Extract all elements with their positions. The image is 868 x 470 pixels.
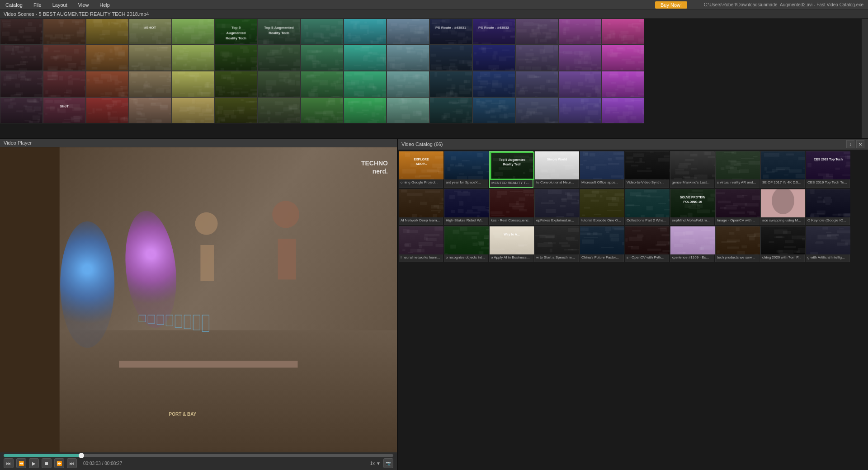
filmstrip-thumb[interactable] — [344, 19, 387, 45]
catalog-close-button[interactable]: ✕ — [856, 140, 864, 148]
filmstrip-thumb[interactable] — [215, 71, 258, 97]
filmstrip-thumb[interactable] — [387, 97, 429, 123]
filmstrip-thumb[interactable] — [172, 71, 215, 97]
play-button[interactable]: ▶ — [29, 458, 39, 468]
filmstrip-thumb[interactable] — [472, 19, 515, 45]
catalog-item[interactable]: Collections Part 2 Wha... — [625, 189, 669, 225]
catalog-item[interactable]: MENTED REALITY TE... — [489, 151, 533, 188]
filmstrip-thumb[interactable] — [515, 19, 558, 45]
catalog-item[interactable]: CES 2019 Top Tech To... — [806, 151, 850, 188]
catalog-item[interactable]: to Convolutional Neur... — [534, 151, 579, 188]
filmstrip-thumb[interactable] — [86, 97, 129, 123]
filmstrip-thumb[interactable] — [515, 45, 558, 71]
catalog-item[interactable]: ching 2020 with 7om P... — [760, 226, 805, 262]
catalog-item[interactable]: ace swapping using M... — [760, 189, 805, 225]
filmstrip-thumb[interactable] — [429, 97, 472, 123]
catalog-item[interactable]: g with Artificial Intellig... — [806, 226, 850, 262]
filmstrip-thumb[interactable] — [258, 71, 301, 97]
catalog-item[interactable]: o Apply AI in Business... — [489, 226, 533, 262]
catalog-item[interactable]: oming Google Project... — [399, 151, 443, 188]
menu-view[interactable]: View — [76, 1, 91, 9]
filmstrip-scrollbar[interactable] — [862, 19, 868, 138]
filmstrip-thumb[interactable] — [172, 97, 215, 123]
rewind-to-start-button[interactable]: ⏮ — [4, 458, 14, 468]
filmstrip-thumb[interactable] — [387, 45, 429, 71]
filmstrip-thumb[interactable] — [43, 71, 86, 97]
catalog-item[interactable]: High-Stakes Robot Wi... — [444, 189, 488, 225]
filmstrip-thumb[interactable] — [558, 71, 601, 97]
filmstrip-thumb[interactable] — [301, 45, 344, 71]
filmstrip-thumb[interactable] — [515, 97, 558, 123]
filmstrip-thumb[interactable] — [172, 19, 215, 45]
catalog-item[interactable]: gence Mankind's Last... — [670, 151, 714, 188]
filmstrip-thumb[interactable] — [129, 45, 172, 71]
menu-layout[interactable]: Layout — [51, 1, 69, 9]
catalog-item[interactable]: tech products we saw... — [715, 226, 760, 262]
skip-forward-button[interactable]: ⏭ — [67, 458, 77, 468]
catalog-item[interactable]: tutorial Episode One O... — [580, 189, 624, 225]
stop-button[interactable]: ⏹ — [42, 458, 52, 468]
catalog-item[interactable]: ant year for SpaceX... — [444, 151, 488, 188]
filmstrip-thumb[interactable] — [0, 97, 43, 123]
catalog-item[interactable]: Image - OpenCV with... — [715, 189, 760, 225]
catalog-item[interactable]: o recognize objects int... — [444, 226, 488, 262]
filmstrip-thumb[interactable] — [344, 97, 387, 123]
filmstrip-thumb[interactable] — [601, 71, 644, 97]
filmstrip-thumb[interactable] — [215, 45, 258, 71]
speed-dropdown-icon[interactable]: ▼ — [376, 461, 381, 466]
filmstrip-thumb[interactable] — [429, 71, 472, 97]
catalog-item[interactable]: eepMind AlphaFold.m... — [670, 189, 714, 225]
filmstrip-thumb[interactable] — [558, 97, 601, 123]
catalog-item[interactable]: xperience #1169 - Es... — [670, 226, 714, 262]
filmstrip-thumb[interactable] — [387, 19, 429, 45]
buy-button[interactable]: Buy Now! — [655, 1, 687, 9]
filmstrip-thumb[interactable] — [129, 97, 172, 123]
menu-file[interactable]: File — [32, 1, 43, 9]
filmstrip-thumb[interactable] — [472, 45, 515, 71]
filmstrip-thumb[interactable] — [558, 45, 601, 71]
filmstrip-thumb[interactable] — [258, 97, 301, 123]
filmstrip-thumb[interactable] — [0, 45, 43, 71]
filmstrip-thumb[interactable] — [344, 71, 387, 97]
camera-button[interactable]: 📷 — [383, 458, 393, 468]
filmstrip-thumb[interactable] — [601, 19, 644, 45]
filmstrip-thumb[interactable] — [515, 71, 558, 97]
filmstrip-thumb[interactable] — [129, 71, 172, 97]
filmstrip-thumb[interactable] — [601, 97, 644, 123]
filmstrip-thumb[interactable] — [258, 19, 301, 45]
filmstrip-thumb[interactable] — [344, 45, 387, 71]
step-back-button[interactable]: ⏪ — [16, 458, 26, 468]
catalog-item[interactable]: AI Network Deep learn... — [399, 189, 443, 225]
filmstrip-thumb[interactable] — [86, 45, 129, 71]
catalog-item[interactable]: Video-to-Video Synth... — [625, 151, 669, 188]
catalog-item[interactable]: kes - Real Consequenc... — [489, 189, 533, 225]
filmstrip-thumb[interactable] — [301, 97, 344, 123]
filmstrip-thumb[interactable] — [86, 71, 129, 97]
menu-help[interactable]: Help — [98, 1, 112, 9]
filmstrip-thumb[interactable] — [129, 19, 172, 45]
filmstrip-thumb[interactable] — [215, 97, 258, 123]
catalog-item[interactable]: I neural networks learn... — [399, 226, 443, 262]
filmstrip-thumb[interactable] — [429, 19, 472, 45]
filmstrip-thumb[interactable] — [301, 19, 344, 45]
catalog-item[interactable]: s virtual reality AR and... — [715, 151, 760, 188]
filmstrip-thumb[interactable] — [86, 19, 129, 45]
filmstrip-thumb[interactable] — [429, 45, 472, 71]
catalog-item[interactable]: China's Future Factor... — [580, 226, 624, 262]
catalog-item[interactable]: w to Start a Speech m... — [534, 226, 579, 262]
filmstrip-thumb[interactable] — [0, 19, 43, 45]
catalog-item[interactable]: s - OpenCV with Pyth... — [625, 226, 669, 262]
catalog-expand-button[interactable]: ↕ — [846, 140, 854, 148]
filmstrip-thumb[interactable] — [472, 71, 515, 97]
filmstrip-thumb[interactable] — [387, 71, 429, 97]
filmstrip-thumb[interactable] — [172, 45, 215, 71]
filmstrip-thumb[interactable] — [558, 19, 601, 45]
catalog-item[interactable]: 3E OF 2017 IN 4K DJI... — [760, 151, 805, 188]
filmstrip-thumb[interactable] — [43, 19, 86, 45]
filmstrip-thumb[interactable] — [43, 97, 86, 123]
filmstrip-thumb[interactable] — [0, 71, 43, 97]
filmstrip-thumb[interactable] — [215, 19, 258, 45]
filmstrip-thumb[interactable] — [472, 97, 515, 123]
catalog-item[interactable]: O Keynote (Google IO... — [806, 189, 850, 225]
filmstrip-thumb[interactable] — [301, 71, 344, 97]
